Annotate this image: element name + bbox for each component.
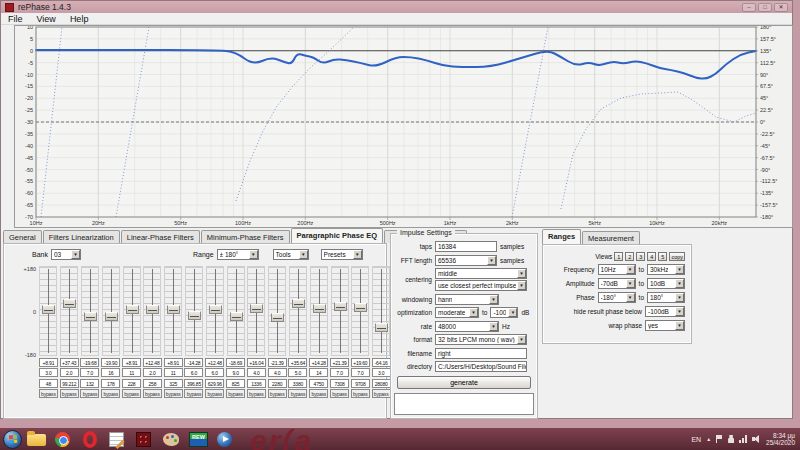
generate-button[interactable]: generate	[397, 376, 531, 389]
freq-input[interactable]: 1336	[247, 379, 266, 388]
view-button-1[interactable]: 1	[614, 252, 623, 261]
slider-thumb[interactable]	[354, 303, 367, 312]
rate-select[interactable]: 48000▼	[435, 321, 499, 332]
view-button-3[interactable]: 3	[636, 252, 645, 261]
view-button-copy[interactable]: copy	[669, 252, 685, 261]
slider-thumb[interactable]	[84, 312, 97, 321]
freq-input[interactable]: 2280	[268, 379, 287, 388]
slider-thumb[interactable]	[209, 305, 222, 314]
freq-input[interactable]: 99.212	[60, 379, 79, 388]
gain-input[interactable]: +12.48	[205, 358, 224, 367]
range-select[interactable]: ± 180°▼	[217, 249, 259, 260]
q-input[interactable]: 6.0	[205, 368, 224, 377]
q-input[interactable]: 4.0	[247, 368, 266, 377]
freq-input[interactable]: 178	[101, 379, 120, 388]
windowing-select[interactable]: hann▼	[435, 294, 499, 305]
freq-input[interactable]: 48	[39, 379, 58, 388]
tab-paragraphic-phase-eq[interactable]: Paragraphic Phase EQ	[291, 228, 383, 243]
taps-input[interactable]: 16384	[435, 241, 497, 252]
bypass-toggle[interactable]: bypass	[288, 389, 307, 398]
q-input[interactable]: 9.0	[226, 368, 245, 377]
gain-slider[interactable]	[289, 266, 307, 356]
view-button-2[interactable]: 2	[625, 252, 634, 261]
slider-thumb[interactable]	[230, 312, 243, 321]
gain-input[interactable]: -14.28	[184, 358, 203, 367]
slider-thumb[interactable]	[105, 312, 118, 321]
slider-thumb[interactable]	[126, 305, 139, 314]
network-icon[interactable]	[739, 435, 747, 443]
centering-select[interactable]: middle▼	[435, 268, 527, 279]
phase-from-select[interactable]: -180°▼	[598, 292, 636, 303]
gain-input[interactable]: -64.16	[372, 358, 391, 367]
freq-input[interactable]: 825	[226, 379, 245, 388]
volume-icon[interactable]	[752, 435, 761, 443]
q-input[interactable]: 7.0	[330, 368, 349, 377]
bypass-toggle[interactable]: bypass	[39, 389, 58, 398]
freq-input[interactable]: 7308	[330, 379, 349, 388]
q-input[interactable]: 3.0	[372, 368, 391, 377]
bypass-toggle[interactable]: bypass	[143, 389, 162, 398]
frequency-response-graph[interactable]: 1050-5-10-15-20-25-30-35-40-45-50-55-60-…	[14, 25, 793, 228]
gain-slider[interactable]	[39, 266, 57, 356]
amplitude-from-select[interactable]: -70dB▼	[598, 278, 636, 289]
tab-filters-linearization[interactable]: Filters Linearization	[43, 230, 120, 243]
slider-thumb[interactable]	[250, 304, 263, 313]
q-input[interactable]: 5.0	[288, 368, 307, 377]
slider-thumb[interactable]	[334, 302, 347, 311]
freq-input[interactable]: 9708	[351, 379, 370, 388]
bypass-toggle[interactable]: bypass	[372, 389, 391, 398]
gain-slider[interactable]	[143, 266, 161, 356]
tab-general[interactable]: General	[3, 230, 42, 243]
menu-help[interactable]: Help	[63, 14, 96, 24]
gain-input[interactable]: +8.91	[164, 358, 183, 367]
paint-taskbar-button[interactable]	[160, 430, 184, 449]
q-input[interactable]: 7.0	[80, 368, 99, 377]
close-button[interactable]: ✕	[774, 3, 788, 12]
bypass-toggle[interactable]: bypass	[184, 389, 203, 398]
gain-slider[interactable]	[331, 266, 349, 356]
q-input[interactable]: 7.0	[351, 368, 370, 377]
centering-mode-select[interactable]: use closest perfect impulse▼	[435, 280, 527, 291]
slider-thumb[interactable]	[292, 299, 305, 308]
bypass-toggle[interactable]: bypass	[122, 389, 141, 398]
gain-input[interactable]: +16.04	[247, 358, 266, 367]
slider-thumb[interactable]	[146, 305, 159, 314]
bypass-toggle[interactable]: bypass	[330, 389, 349, 398]
language-indicator[interactable]: EN	[691, 436, 701, 443]
minimize-button[interactable]: –	[742, 3, 756, 12]
slider-thumb[interactable]	[271, 313, 284, 322]
clock[interactable]: 8:34 μμ 25/4/2020	[766, 432, 795, 447]
tab-linear-phase-filters[interactable]: Linear-Phase Filters	[121, 230, 200, 243]
bypass-toggle[interactable]: bypass	[101, 389, 120, 398]
freq-input[interactable]: 4750	[309, 379, 328, 388]
tab-minimum-phase-filters[interactable]: Minimum-Phase Filters	[201, 230, 290, 243]
freq-input[interactable]: 3380	[288, 379, 307, 388]
q-input[interactable]: 4.0	[268, 368, 287, 377]
freq-input[interactable]: 132	[80, 379, 99, 388]
gain-input[interactable]: +37.43	[60, 358, 79, 367]
gain-input[interactable]: +35.64	[288, 358, 307, 367]
bypass-toggle[interactable]: bypass	[268, 389, 287, 398]
gain-slider[interactable]	[102, 266, 120, 356]
gain-slider[interactable]	[268, 266, 286, 356]
gain-slider[interactable]	[60, 266, 78, 356]
freq-input[interactable]: 28080	[372, 379, 391, 388]
filename-input[interactable]: right	[435, 348, 527, 359]
optimization-select[interactable]: moderate▼	[435, 307, 479, 318]
q-input[interactable]: 16	[101, 368, 120, 377]
bypass-toggle[interactable]: bypass	[247, 389, 266, 398]
gain-slider[interactable]	[310, 266, 328, 356]
gain-input[interactable]: +21.39	[330, 358, 349, 367]
presets-select[interactable]: Presets▼	[321, 249, 363, 260]
slider-thumb[interactable]	[375, 323, 388, 332]
phase-to-select[interactable]: 180°▼	[647, 292, 685, 303]
freq-input[interactable]: 396.85	[184, 379, 203, 388]
gain-input[interactable]: +12.48	[143, 358, 162, 367]
bypass-toggle[interactable]: bypass	[205, 389, 224, 398]
bypass-toggle[interactable]: bypass	[351, 389, 370, 398]
view-button-4[interactable]: 4	[647, 252, 656, 261]
gain-slider[interactable]	[164, 266, 182, 356]
frequency-from-select[interactable]: 10Hz▼	[598, 264, 636, 275]
bypass-toggle[interactable]: bypass	[164, 389, 183, 398]
q-input[interactable]: 6.0	[184, 368, 203, 377]
